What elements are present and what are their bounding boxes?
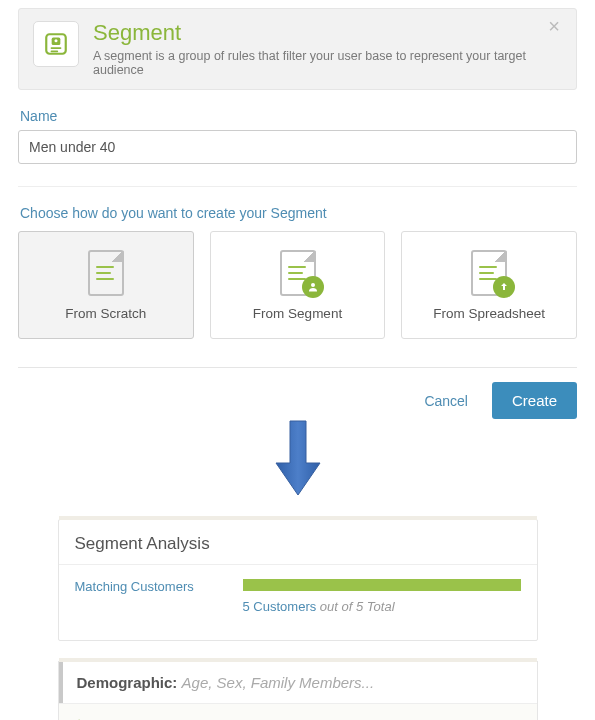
new-condition-button[interactable]: + New condition xyxy=(59,703,537,720)
demographic-panel: Demographic: Age, Sex, Family Members...… xyxy=(58,661,538,720)
document-icon xyxy=(280,250,316,296)
divider xyxy=(18,367,577,368)
name-label: Name xyxy=(20,108,577,124)
flow-arrow-icon xyxy=(18,419,577,497)
dialog-footer: Cancel Create xyxy=(18,382,577,419)
analysis-section: Segment Analysis Matching Customers 5 Cu… xyxy=(58,519,538,720)
close-icon[interactable]: × xyxy=(542,15,566,37)
segment-name-input[interactable] xyxy=(18,130,577,164)
segment-icon xyxy=(33,21,79,67)
option-from-spreadsheet[interactable]: From Spreadsheet xyxy=(401,231,577,339)
create-button[interactable]: Create xyxy=(492,382,577,419)
matched-count[interactable]: 5 xyxy=(243,599,250,614)
demographic-title: Demographic: xyxy=(77,674,178,691)
choose-label: Choose how do you want to create your Se… xyxy=(20,205,577,221)
svg-rect-4 xyxy=(51,51,59,53)
dialog-subtitle: A segment is a group of rules that filte… xyxy=(93,49,562,77)
demographic-hint: Age, Sex, Family Members... xyxy=(182,674,375,691)
divider xyxy=(18,186,577,187)
option-label: From Segment xyxy=(253,306,342,321)
panel-title: Segment Analysis xyxy=(59,520,537,565)
progress-caption: 5 Customers out of 5 Total xyxy=(243,599,521,614)
svg-rect-3 xyxy=(51,47,62,49)
total-text: out of 5 Total xyxy=(320,599,395,614)
segment-analysis-panel: Segment Analysis Matching Customers 5 Cu… xyxy=(58,519,538,641)
creation-options: From Scratch From Segment From Spreadshe… xyxy=(18,231,577,339)
option-label: From Scratch xyxy=(65,306,146,321)
document-icon xyxy=(471,250,507,296)
svg-point-2 xyxy=(54,39,57,42)
option-from-segment[interactable]: From Segment xyxy=(210,231,386,339)
cancel-button[interactable]: Cancel xyxy=(418,392,474,410)
option-from-scratch[interactable]: From Scratch xyxy=(18,231,194,339)
dialog-title: Segment xyxy=(93,21,562,45)
demographic-header[interactable]: Demographic: Age, Sex, Family Members... xyxy=(59,662,537,703)
avatar-badge-icon xyxy=(302,276,324,298)
matched-unit[interactable]: Customers xyxy=(253,599,316,614)
option-label: From Spreadsheet xyxy=(433,306,545,321)
matching-customers-label[interactable]: Matching Customers xyxy=(75,579,225,594)
segment-dialog: Segment A segment is a group of rules th… xyxy=(0,8,595,515)
upload-badge-icon xyxy=(493,276,515,298)
document-icon xyxy=(88,250,124,296)
plus-icon: + xyxy=(75,716,84,720)
svg-point-5 xyxy=(311,283,315,287)
dialog-header: Segment A segment is a group of rules th… xyxy=(18,8,577,90)
progress-bar xyxy=(243,579,521,591)
